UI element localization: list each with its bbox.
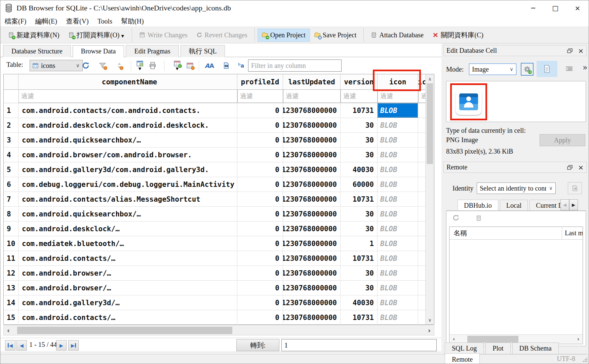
insert-record-button[interactable]: + ▼: [172, 60, 183, 71]
tab-database-structure[interactable]: Database Structure: [3, 45, 71, 57]
remote-tab-dbhub[interactable]: DBHub.io: [458, 200, 498, 211]
row-number[interactable]: 1: [4, 103, 18, 118]
table-row[interactable]: 2com.android.deskclock/com.android.deskc…: [4, 118, 434, 133]
tab-execute-sql[interactable]: 執行 SQL: [181, 45, 225, 57]
clear-filters-button[interactable]: −: [97, 60, 108, 71]
cell-overflow[interactable]: [418, 162, 426, 177]
menu-view[interactable]: 查看(V): [62, 17, 93, 26]
print-button[interactable]: [147, 60, 158, 71]
cell-version[interactable]: 1: [341, 236, 378, 251]
cell-version[interactable]: 40030: [341, 162, 378, 177]
row-number[interactable]: 13: [4, 281, 18, 295]
table-row[interactable]: 8com.android.quicksearchbox/…01230768000…: [4, 207, 434, 221]
import-data-button[interactable]: ➔: [521, 63, 534, 76]
cell-overflow[interactable]: [418, 133, 426, 147]
cell-lastupdated[interactable]: 1230768000000: [283, 177, 341, 192]
cell-version[interactable]: 30: [341, 266, 378, 280]
row-number[interactable]: 8: [4, 207, 18, 221]
cell-icon[interactable]: BLOB: [378, 148, 418, 162]
cell-lastupdated[interactable]: 1230768000000: [283, 118, 341, 132]
row-number[interactable]: 4: [4, 148, 18, 162]
cell-lastupdated[interactable]: 1230768000000: [283, 207, 341, 221]
row-number[interactable]: 14: [4, 295, 18, 310]
table-row[interactable]: 15com.android.contacts/…0123076800000010…: [4, 310, 434, 325]
save-table-button[interactable]: ▼: [134, 60, 145, 71]
cell-lastupdated[interactable]: 1230768000000: [283, 266, 341, 280]
save-table-dropdown-arrow[interactable]: ▼: [139, 67, 141, 71]
word-wrap-button[interactable]: [563, 63, 575, 75]
row-number[interactable]: 11: [4, 251, 18, 266]
table-row[interactable]: 13com.android.browser/…0123076800000030B…: [4, 281, 434, 295]
close-database-button[interactable]: × 關閉資料庫(C): [428, 28, 488, 42]
table-row[interactable]: 10com.mediatek.bluetooth/…01230768000000…: [4, 236, 434, 251]
horizontal-scrollbar-thumb[interactable]: [17, 327, 232, 334]
cell-overflow[interactable]: [418, 310, 426, 325]
close-button[interactable]: ×: [566, 0, 589, 16]
dock-tab-remote[interactable]: Remote: [445, 353, 480, 364]
cell-lastupdated[interactable]: 1230768000000: [283, 103, 341, 118]
cell-version[interactable]: 40030: [341, 295, 378, 310]
table-row[interactable]: 5com.android.gallery3d/com.android.galle…: [4, 162, 434, 177]
close-panel-icon[interactable]: ×: [578, 47, 584, 55]
cell-icon[interactable]: BLOB: [378, 133, 418, 147]
cell-componentname[interactable]: com.mediatek.bluetooth/…: [18, 236, 237, 251]
cell-lastupdated[interactable]: 1230768000000: [283, 148, 341, 162]
filter-profileid[interactable]: 過濾: [237, 90, 283, 103]
remote-tab-local[interactable]: Local: [500, 200, 528, 211]
goto-record-input[interactable]: [281, 339, 437, 351]
filter-version[interactable]: 過濾: [341, 90, 378, 103]
cell-overflow[interactable]: [418, 266, 426, 280]
table-row[interactable]: 14com.android.gallery3d/…012307680000004…: [4, 295, 434, 310]
replace-button[interactable]: ba: [236, 60, 246, 71]
cell-profileid[interactable]: 0: [237, 295, 283, 310]
cell-profileid[interactable]: 0: [237, 103, 283, 118]
filter-overflow[interactable]: 過濾: [418, 90, 426, 103]
remote-list-column-name[interactable]: 名稱: [449, 229, 467, 238]
cell-overflow[interactable]: [418, 207, 426, 221]
cell-icon[interactable]: BLOB: [378, 207, 418, 221]
cell-componentname[interactable]: com.android.deskclock/…: [18, 221, 237, 236]
cell-profileid[interactable]: 0: [237, 281, 283, 295]
cell-version[interactable]: 60000: [341, 177, 378, 192]
table-row[interactable]: 9com.android.deskclock/…0123076800000030…: [4, 221, 434, 236]
scroll-right-arrow[interactable]: ›: [425, 326, 434, 335]
cell-componentname[interactable]: com.android.quicksearchbox/…: [18, 133, 237, 147]
row-number[interactable]: 3: [4, 133, 18, 147]
clear-sorting-button[interactable]: −: [114, 60, 125, 71]
cell-componentname[interactable]: com.android.deskclock/com.android.deskcl…: [18, 118, 237, 132]
cell-version[interactable]: 30: [341, 221, 378, 236]
cell-overflow[interactable]: [418, 192, 426, 206]
save-project-button[interactable]: ▦ Save Project: [310, 29, 361, 42]
remote-upload-database-icon[interactable]: [476, 215, 482, 221]
goto-button[interactable]: 轉到:: [236, 339, 279, 351]
cell-componentname[interactable]: com.android.browser/com.android.browser.: [18, 148, 237, 162]
cell-icon[interactable]: BLOB: [378, 266, 418, 280]
more-tools-chevron[interactable]: »: [583, 63, 588, 72]
cell-componentname[interactable]: com.android.contacts/…: [18, 310, 237, 325]
attach-database-button[interactable]: Attach Database: [366, 29, 428, 42]
table-selector-combo[interactable]: icons ∨: [30, 60, 83, 71]
previous-record-button[interactable]: ◀: [16, 340, 27, 351]
new-database-button[interactable]: + 新建資料庫(N): [4, 28, 64, 42]
cell-lastupdated[interactable]: 1230768000000: [283, 251, 341, 266]
open-database-button[interactable]: ➔ 打開資料庫(O) ▼: [64, 28, 129, 42]
filter-lastupdated[interactable]: 過濾: [283, 90, 341, 103]
cell-icon[interactable]: BLOB: [378, 295, 418, 310]
table-row[interactable]: 6com.debug.loggerui/com.debug.loggerui.M…: [4, 177, 434, 192]
cell-overflow[interactable]: [418, 251, 426, 266]
table-row[interactable]: 11com.android.contacts/…0123076800000010…: [4, 251, 434, 266]
delete-record-button[interactable]: −: [185, 60, 195, 71]
menu-file[interactable]: 檔案(F): [0, 17, 31, 26]
cell-profileid[interactable]: 0: [237, 177, 283, 192]
cell-componentname[interactable]: com.android.contacts/…: [18, 251, 237, 266]
cell-componentname[interactable]: com.android.browser/…: [18, 266, 237, 280]
cell-icon[interactable]: BLOB: [378, 281, 418, 295]
row-number[interactable]: 12: [4, 266, 18, 280]
column-header-profileid[interactable]: profileId: [237, 74, 283, 89]
cell-version[interactable]: 10731: [341, 103, 378, 118]
find-in-table-button[interactable]: [221, 60, 232, 71]
cell-componentname[interactable]: com.android.browser/…: [18, 281, 237, 295]
last-record-button[interactable]: ▶: [68, 340, 79, 351]
cell-lastupdated[interactable]: 1230768000000: [283, 162, 341, 177]
dock-tab-db-schema[interactable]: DB Schema: [512, 342, 559, 354]
